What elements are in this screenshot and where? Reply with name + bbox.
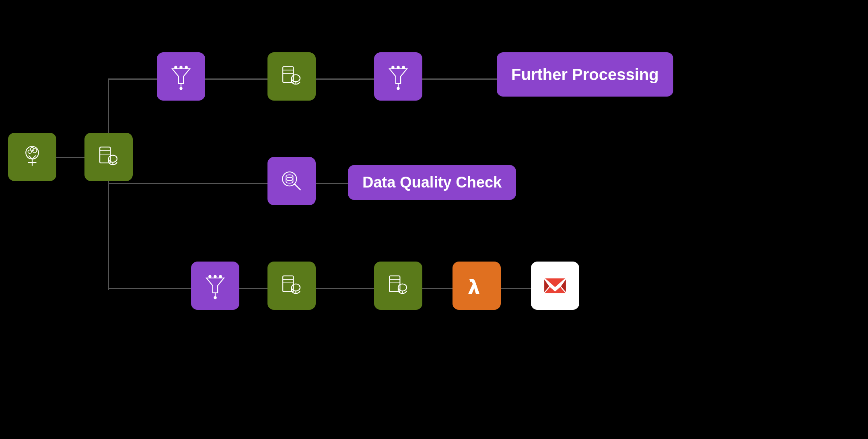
db-storage-3-node[interactable] <box>267 262 316 310</box>
svg-point-40 <box>286 180 293 183</box>
further-processing-node[interactable]: Further Processing <box>497 52 673 97</box>
lambda-icon: λ <box>463 272 491 300</box>
svg-point-31 <box>397 66 399 68</box>
svg-point-34 <box>286 175 293 177</box>
db-storage-2-icon <box>278 62 306 91</box>
gmail-icon <box>541 272 569 300</box>
conn-db4-to-lambda <box>422 288 455 289</box>
svg-point-45 <box>220 276 222 278</box>
svg-point-37 <box>286 177 293 180</box>
filter-3-node[interactable] <box>191 262 239 310</box>
svg-marker-14 <box>172 69 190 84</box>
db-storage-1-icon <box>95 143 123 171</box>
svg-point-56 <box>398 284 407 291</box>
svg-point-44 <box>209 276 211 278</box>
svg-point-29 <box>392 66 394 68</box>
filter-2-node[interactable] <box>374 52 422 101</box>
svg-marker-41 <box>206 278 224 293</box>
db-storage-3-icon <box>278 272 306 300</box>
svg-point-28 <box>397 87 399 89</box>
svg-point-46 <box>214 276 216 278</box>
db-storage-4-node[interactable] <box>374 262 422 310</box>
svg-point-11 <box>109 155 117 163</box>
svg-point-23 <box>292 75 300 82</box>
svg-text:λ: λ <box>469 277 479 297</box>
conn-f3-to-db3 <box>239 288 269 289</box>
conn-db1-to-filter1 <box>108 78 162 80</box>
svg-point-43 <box>214 297 216 299</box>
svg-point-50 <box>292 284 300 291</box>
conn-lambda-to-gmail <box>501 288 533 289</box>
quality-check-node[interactable] <box>267 157 316 205</box>
cloud-source-node[interactable] <box>8 133 56 181</box>
svg-point-17 <box>175 66 177 68</box>
cloud-tree-icon <box>18 143 46 171</box>
conn-f1-to-db2 <box>205 78 269 80</box>
db-storage-1-node[interactable] <box>84 133 133 181</box>
conn-db1-to-filter3-h <box>108 288 192 289</box>
lambda-node[interactable]: λ <box>453 262 501 310</box>
db-storage-2-node[interactable] <box>267 52 316 101</box>
conn-db1-up <box>108 78 109 135</box>
filter-2-icon <box>384 62 412 91</box>
data-quality-check-label: Data Quality Check <box>362 174 502 191</box>
svg-point-0 <box>26 146 39 159</box>
conn-db3-to-db4 <box>316 288 376 289</box>
svg-line-33 <box>294 184 300 190</box>
db-storage-4-icon <box>384 272 412 300</box>
filter-3-icon <box>201 272 229 300</box>
conn-db1-to-qc-h <box>108 183 269 184</box>
svg-point-19 <box>180 66 182 68</box>
filter-1-icon <box>167 62 195 91</box>
svg-point-16 <box>180 87 182 89</box>
svg-marker-26 <box>389 69 407 84</box>
conn-cloud-to-db1 <box>56 157 86 158</box>
conn-db1-to-filter3-v <box>108 181 109 290</box>
svg-point-18 <box>185 66 187 68</box>
conn-db2-to-f2 <box>316 78 376 80</box>
gmail-node[interactable] <box>531 262 579 310</box>
quality-check-icon <box>278 167 306 195</box>
svg-point-30 <box>403 66 405 68</box>
data-quality-check-node[interactable]: Data Quality Check <box>348 165 516 200</box>
further-processing-label: Further Processing <box>511 64 659 85</box>
filter-1-node[interactable] <box>157 52 205 101</box>
